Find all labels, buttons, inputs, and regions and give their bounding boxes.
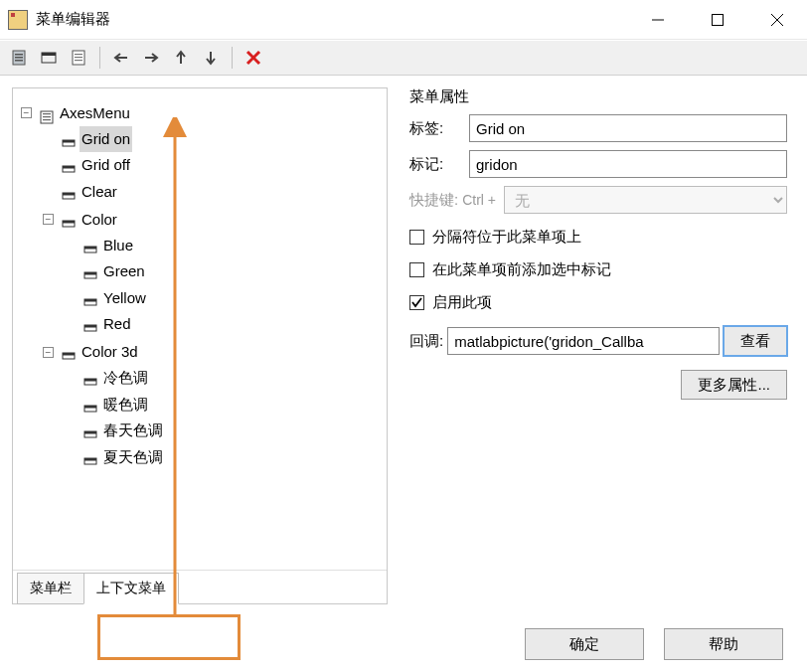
menu-item-icon bbox=[62, 158, 76, 172]
tree-node-label: Color bbox=[80, 207, 119, 233]
tree-node-label: Grid off bbox=[80, 152, 132, 178]
tree-node[interactable]: 暖色调 bbox=[65, 392, 150, 418]
menu-item-icon bbox=[62, 185, 76, 199]
titlebar: 菜单编辑器 bbox=[0, 0, 807, 40]
svg-rect-11 bbox=[75, 54, 82, 55]
tree-node[interactable]: Grid on bbox=[43, 126, 132, 152]
menu-item-icon bbox=[83, 264, 97, 278]
move-right-button[interactable] bbox=[138, 45, 164, 71]
tree-node-label: Blue bbox=[101, 233, 135, 258]
menu-item-icon bbox=[83, 371, 97, 385]
menu-item-icon bbox=[83, 239, 97, 252]
expander-icon[interactable]: − bbox=[21, 107, 32, 118]
tree-pane: − AxesMenu Grid on Grid off Clear −Color… bbox=[12, 87, 388, 604]
tree-node-label: AxesMenu bbox=[58, 100, 132, 126]
window-title: 菜单编辑器 bbox=[36, 10, 110, 29]
label-shortcut: 快捷键: bbox=[409, 191, 458, 210]
svg-rect-29 bbox=[63, 193, 75, 196]
svg-rect-7 bbox=[15, 60, 23, 62]
expander-icon[interactable]: − bbox=[43, 214, 54, 225]
shortcut-select[interactable]: 无 bbox=[504, 186, 787, 214]
menu-item-icon bbox=[62, 345, 76, 359]
tree-node[interactable]: 夏天色调 bbox=[65, 444, 165, 470]
menu-item-icon bbox=[83, 450, 97, 464]
mark-input[interactable] bbox=[469, 150, 787, 178]
tree-node[interactable]: Grid off bbox=[43, 152, 132, 178]
delete-button[interactable] bbox=[241, 45, 266, 71]
close-button[interactable] bbox=[747, 0, 807, 40]
move-left-button[interactable] bbox=[108, 45, 134, 71]
tree-node-label: Green bbox=[101, 258, 147, 284]
tree-node[interactable]: Green bbox=[65, 258, 147, 284]
move-up-button[interactable] bbox=[168, 45, 194, 71]
svg-rect-6 bbox=[15, 57, 23, 59]
tree-node-label: Yellow bbox=[101, 285, 148, 311]
menu-item-icon bbox=[83, 291, 97, 305]
menu-tree[interactable]: − AxesMenu Grid on Grid off Clear −Color… bbox=[13, 88, 387, 570]
maximize-button[interactable] bbox=[688, 0, 747, 40]
tree-node-label: Clear bbox=[80, 179, 119, 205]
tree-node-label: 暖色调 bbox=[101, 392, 150, 418]
tree-node[interactable]: −Color bbox=[43, 207, 119, 233]
svg-rect-35 bbox=[84, 272, 96, 275]
svg-rect-5 bbox=[15, 54, 23, 56]
toolbar bbox=[0, 40, 807, 76]
svg-rect-25 bbox=[63, 140, 75, 143]
svg-rect-21 bbox=[43, 113, 51, 114]
new-contextmenu-button[interactable] bbox=[36, 45, 62, 71]
shortcut-ctrl-text: Ctrl + bbox=[462, 192, 496, 208]
new-item-button[interactable] bbox=[66, 45, 91, 71]
svg-rect-12 bbox=[75, 57, 82, 58]
menu-item-icon bbox=[62, 213, 76, 227]
menu-item-icon bbox=[83, 398, 97, 412]
tree-node-label: 夏天色调 bbox=[101, 444, 165, 470]
svg-rect-1 bbox=[713, 14, 724, 25]
tree-node[interactable]: Clear bbox=[43, 179, 119, 205]
enable-check-label: 启用此项 bbox=[432, 293, 492, 312]
svg-rect-9 bbox=[42, 53, 56, 56]
label-mark: 标记: bbox=[409, 155, 465, 174]
svg-rect-22 bbox=[43, 116, 51, 117]
main-area: − AxesMenu Grid on Grid off Clear −Color… bbox=[0, 76, 807, 616]
tree-node[interactable]: −Color 3d bbox=[43, 339, 140, 365]
tree-node-label: Grid on bbox=[80, 126, 132, 152]
separator-check-label: 分隔符位于此菜单项上 bbox=[432, 228, 581, 247]
menu-item-icon bbox=[83, 317, 97, 331]
tree-node[interactable]: Yellow bbox=[65, 285, 148, 311]
tree-node-label: 冷色调 bbox=[101, 365, 150, 391]
label-tag: 标签: bbox=[409, 119, 465, 138]
dialog-footer: 确定 帮助 bbox=[0, 616, 807, 672]
tree-node-label: 春天色调 bbox=[101, 418, 165, 443]
svg-rect-37 bbox=[84, 299, 96, 302]
tree-node[interactable]: Blue bbox=[65, 233, 135, 258]
separator-checkbox[interactable] bbox=[409, 230, 424, 245]
expander-icon[interactable]: − bbox=[43, 347, 54, 358]
tree-node-label: Red bbox=[101, 311, 133, 337]
tab-menubar[interactable]: 菜单栏 bbox=[17, 573, 84, 604]
svg-rect-31 bbox=[63, 221, 75, 224]
label-callback: 回调: bbox=[409, 332, 443, 351]
callback-input[interactable] bbox=[447, 327, 720, 355]
addcheckmark-checkbox[interactable] bbox=[409, 262, 424, 277]
tree-node[interactable]: Red bbox=[65, 311, 133, 337]
move-down-button[interactable] bbox=[198, 45, 224, 71]
properties-header: 菜单属性 bbox=[409, 87, 787, 106]
tag-input[interactable] bbox=[469, 114, 787, 142]
svg-rect-47 bbox=[84, 431, 96, 434]
more-properties-button[interactable]: 更多属性... bbox=[681, 370, 787, 400]
tree-node[interactable]: 冷色调 bbox=[65, 365, 150, 391]
tab-row: 菜单栏 上下文菜单 bbox=[13, 570, 387, 603]
menu-item-icon bbox=[62, 132, 76, 146]
tree-node[interactable]: 春天色调 bbox=[65, 418, 165, 443]
minimize-button[interactable] bbox=[628, 0, 688, 40]
tree-node-axesmenu[interactable]: − AxesMenu bbox=[21, 100, 132, 126]
view-button[interactable]: 查看 bbox=[724, 326, 787, 356]
toolbar-separator bbox=[232, 47, 233, 69]
enable-checkbox[interactable] bbox=[409, 295, 424, 310]
help-button[interactable]: 帮助 bbox=[664, 628, 783, 660]
tab-contextmenu[interactable]: 上下文菜单 bbox=[83, 573, 179, 604]
new-menu-button[interactable] bbox=[6, 45, 32, 71]
ok-button[interactable]: 确定 bbox=[525, 628, 644, 660]
svg-rect-27 bbox=[63, 166, 75, 169]
svg-rect-45 bbox=[84, 406, 96, 409]
